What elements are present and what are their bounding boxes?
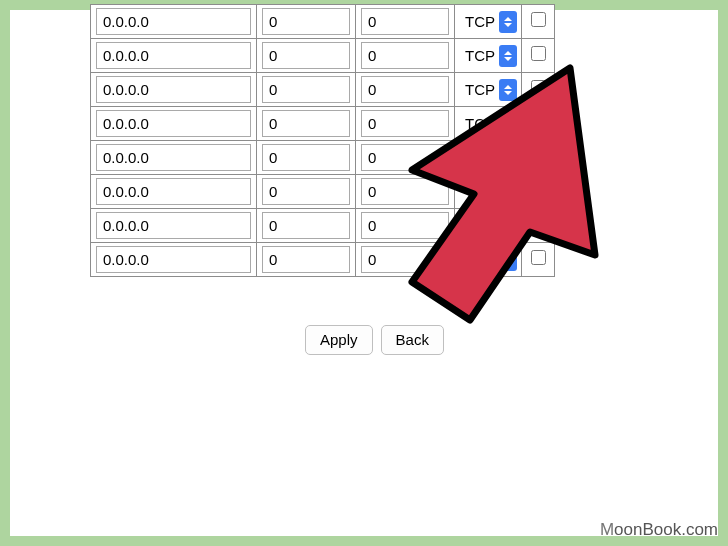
protocol-select[interactable]: TCP [461, 77, 517, 103]
table-row: TCP [91, 141, 555, 175]
app-frame: TCPTCPTCPTCPTCPTCPTCPTCP Apply Back Moon… [0, 0, 728, 546]
protocol-select[interactable]: TCP [461, 213, 517, 239]
enable-checkbox[interactable] [531, 250, 546, 265]
port-end-input[interactable] [361, 110, 449, 137]
protocol-label: TCP [461, 81, 495, 98]
table-row: TCP [91, 175, 555, 209]
protocol-select[interactable]: TCP [461, 9, 517, 35]
chevron-updown-icon [499, 249, 517, 271]
apply-button[interactable]: Apply [305, 325, 373, 355]
port-end-input[interactable] [361, 42, 449, 69]
port-end-input[interactable] [361, 76, 449, 103]
ip-input[interactable] [96, 110, 251, 137]
table-row: TCP [91, 243, 555, 277]
protocol-select[interactable]: TCP [461, 145, 517, 171]
chevron-updown-icon [499, 215, 517, 237]
table-row: TCP [91, 39, 555, 73]
port-start-input[interactable] [262, 144, 350, 171]
port-start-input[interactable] [262, 110, 350, 137]
enable-checkbox[interactable] [531, 182, 546, 197]
port-start-input[interactable] [262, 178, 350, 205]
ip-input[interactable] [96, 42, 251, 69]
table-row: TCP [91, 5, 555, 39]
enable-checkbox[interactable] [531, 148, 546, 163]
port-forward-table: TCPTCPTCPTCPTCPTCPTCPTCP [90, 4, 555, 277]
port-start-input[interactable] [262, 76, 350, 103]
enable-checkbox[interactable] [531, 80, 546, 95]
port-start-input[interactable] [262, 246, 350, 273]
ip-input[interactable] [96, 178, 251, 205]
ip-input[interactable] [96, 76, 251, 103]
table-row: TCP [91, 209, 555, 243]
enable-checkbox[interactable] [531, 46, 546, 61]
port-end-input[interactable] [361, 246, 449, 273]
button-bar: Apply Back [305, 325, 444, 355]
enable-checkbox[interactable] [531, 216, 546, 231]
protocol-label: TCP [461, 183, 495, 200]
chevron-updown-icon [499, 45, 517, 67]
port-start-input[interactable] [262, 42, 350, 69]
port-end-input[interactable] [361, 178, 449, 205]
back-button[interactable]: Back [381, 325, 444, 355]
ip-input[interactable] [96, 8, 251, 35]
protocol-label: TCP [461, 13, 495, 30]
ip-input[interactable] [96, 144, 251, 171]
chevron-updown-icon [499, 113, 517, 135]
chevron-updown-icon [499, 181, 517, 203]
port-end-input[interactable] [361, 144, 449, 171]
port-start-input[interactable] [262, 212, 350, 239]
watermark: MoonBook.com [600, 520, 718, 540]
table-row: TCP [91, 107, 555, 141]
chevron-updown-icon [499, 11, 517, 33]
table-row: TCP [91, 73, 555, 107]
protocol-select[interactable]: TCP [461, 111, 517, 137]
protocol-label: TCP [461, 149, 495, 166]
chevron-updown-icon [499, 147, 517, 169]
ip-input[interactable] [96, 246, 251, 273]
ip-input[interactable] [96, 212, 251, 239]
port-start-input[interactable] [262, 8, 350, 35]
protocol-select[interactable]: TCP [461, 179, 517, 205]
enable-checkbox[interactable] [531, 12, 546, 27]
protocol-label: TCP [461, 47, 495, 64]
protocol-select[interactable]: TCP [461, 247, 517, 273]
protocol-label: TCP [461, 115, 495, 132]
chevron-updown-icon [499, 79, 517, 101]
protocol-label: TCP [461, 251, 495, 268]
protocol-select[interactable]: TCP [461, 43, 517, 69]
protocol-label: TCP [461, 217, 495, 234]
enable-checkbox[interactable] [531, 114, 546, 129]
port-end-input[interactable] [361, 8, 449, 35]
port-end-input[interactable] [361, 212, 449, 239]
watermark-text: oonBook.com [614, 520, 718, 539]
